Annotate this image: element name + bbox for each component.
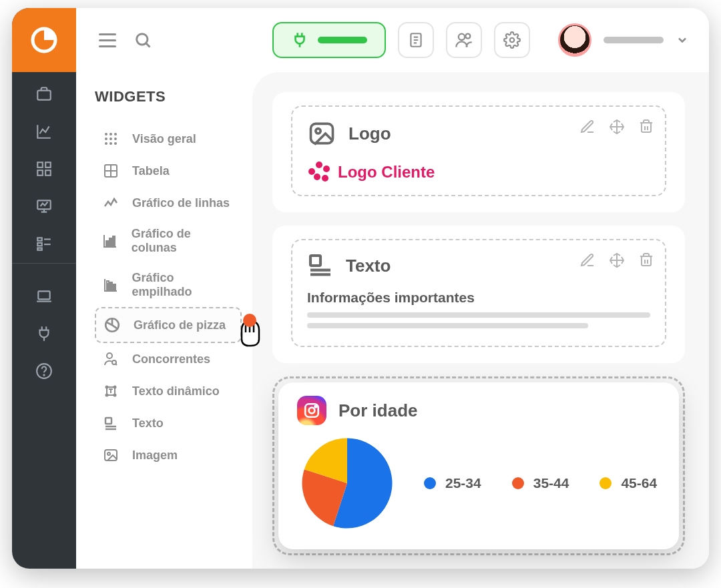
svg-rect-36 xyxy=(109,238,111,246)
analytics-icon[interactable] xyxy=(35,123,53,140)
widget-label: Gráfico de linhas xyxy=(132,196,230,210)
svg-point-49 xyxy=(114,394,116,396)
widget-line-chart[interactable]: Gráfico de linhas xyxy=(95,187,242,219)
plug-icon xyxy=(291,31,308,49)
widget-competitors[interactable]: Concorrentes xyxy=(95,343,242,375)
svg-point-24 xyxy=(109,133,112,135)
widget-label: Gráfico de pizza xyxy=(134,318,226,332)
dynamic-text-icon xyxy=(101,383,120,399)
edit-icon[interactable] xyxy=(579,119,595,135)
topbar xyxy=(12,8,709,72)
widget-label: Imagem xyxy=(132,449,178,463)
svg-point-22 xyxy=(510,38,515,43)
people-search-icon xyxy=(101,351,120,367)
svg-point-14 xyxy=(43,374,44,375)
svg-rect-55 xyxy=(311,123,333,143)
card-pie-title: Por idade xyxy=(338,400,417,421)
line-chart-icon xyxy=(101,195,120,211)
widget-image[interactable]: Imagem xyxy=(95,439,242,471)
card-logo-title: Logo xyxy=(348,123,391,144)
svg-rect-2 xyxy=(37,162,43,168)
svg-point-28 xyxy=(114,137,117,140)
svg-point-56 xyxy=(316,129,320,133)
svg-point-30 xyxy=(109,142,112,145)
document-icon[interactable] xyxy=(398,22,434,58)
svg-rect-41 xyxy=(113,284,115,290)
edit-icon[interactable] xyxy=(579,252,595,268)
svg-point-20 xyxy=(459,34,465,40)
laptop-icon[interactable] xyxy=(35,288,53,305)
widget-stacked-chart[interactable]: Gráfico empilhado xyxy=(95,263,242,307)
move-icon[interactable] xyxy=(609,252,625,268)
svg-rect-39 xyxy=(107,281,109,284)
nav-rail xyxy=(12,8,76,569)
widget-table[interactable]: Tabela xyxy=(95,155,242,187)
client-logo-label: Logo Cliente xyxy=(338,163,435,182)
svg-rect-57 xyxy=(642,123,651,132)
image-icon xyxy=(101,447,120,463)
dashboard-icon[interactable] xyxy=(35,160,53,178)
widget-label: Gráfico de colunas xyxy=(132,227,235,255)
pie-legend: 25-3435-4445-64 xyxy=(424,475,657,491)
svg-rect-61 xyxy=(642,256,651,266)
search-icon[interactable] xyxy=(134,31,152,49)
widget-label: Texto dinâmico xyxy=(132,384,220,398)
move-icon[interactable] xyxy=(609,119,625,135)
trash-icon[interactable] xyxy=(638,252,654,268)
pie-chart-icon xyxy=(103,316,122,334)
legend-item: 45-64 xyxy=(599,475,657,491)
chevron-down-icon[interactable] xyxy=(676,33,689,47)
widget-pie-chart[interactable]: Gráfico de pizza xyxy=(95,307,242,343)
svg-rect-50 xyxy=(105,418,111,424)
svg-rect-53 xyxy=(105,450,117,461)
svg-rect-37 xyxy=(113,236,115,246)
legend-item: 35-44 xyxy=(512,475,569,491)
instagram-icon xyxy=(297,396,326,425)
menu-icon[interactable] xyxy=(99,33,116,47)
svg-rect-38 xyxy=(107,284,109,290)
card-pie-dropzone[interactable]: Por idade 25-3435-4445-64 xyxy=(272,376,685,555)
widget-bar-chart[interactable]: Gráfico de colunas xyxy=(95,219,242,263)
status-placeholder-bar xyxy=(318,37,367,43)
help-icon[interactable] xyxy=(35,362,53,380)
svg-rect-40 xyxy=(110,282,112,290)
svg-point-54 xyxy=(107,453,110,455)
widget-dynamic-text[interactable]: Texto dinâmico xyxy=(95,375,242,407)
card-logo[interactable]: Logo Logo Cliente xyxy=(272,92,685,212)
card-text-title: Texto xyxy=(346,256,391,276)
svg-point-26 xyxy=(105,137,107,140)
app-frame: WIDGETS Visão geral Tabela Gráfico de li… xyxy=(12,8,709,569)
svg-rect-12 xyxy=(38,291,49,299)
drag-cursor xyxy=(236,315,264,347)
placeholder-line xyxy=(307,323,588,328)
svg-rect-9 xyxy=(37,243,42,246)
svg-point-15 xyxy=(137,34,148,45)
presentation-icon[interactable] xyxy=(35,198,53,215)
card-text-subtitle: Informações importantes xyxy=(307,290,650,306)
grid-dots-icon xyxy=(101,131,120,147)
card-pie[interactable]: Por idade 25-3435-4445-64 xyxy=(278,382,679,549)
plug-icon[interactable] xyxy=(35,325,53,342)
widget-label: Texto xyxy=(132,416,164,430)
text-icon xyxy=(101,415,120,431)
avatar[interactable] xyxy=(558,23,591,57)
svg-rect-5 xyxy=(45,170,51,176)
client-logo-mark xyxy=(308,162,330,183)
list-icon[interactable] xyxy=(35,235,53,252)
image-icon xyxy=(307,119,336,148)
connection-status-pill[interactable] xyxy=(272,22,386,58)
svg-rect-11 xyxy=(37,248,42,250)
gear-icon[interactable] xyxy=(494,22,530,58)
trash-icon[interactable] xyxy=(638,119,654,135)
people-icon[interactable] xyxy=(446,22,482,58)
svg-point-23 xyxy=(105,133,107,135)
widget-overview[interactable]: Visão geral xyxy=(95,123,242,155)
briefcase-icon[interactable] xyxy=(35,85,53,103)
widget-text[interactable]: Texto xyxy=(95,407,242,439)
placeholder-line xyxy=(307,312,650,318)
widget-label: Visão geral xyxy=(132,132,196,146)
svg-rect-7 xyxy=(37,238,42,240)
card-text[interactable]: Texto Informações importantes xyxy=(272,226,685,363)
svg-rect-4 xyxy=(37,170,43,176)
svg-point-27 xyxy=(109,137,112,140)
